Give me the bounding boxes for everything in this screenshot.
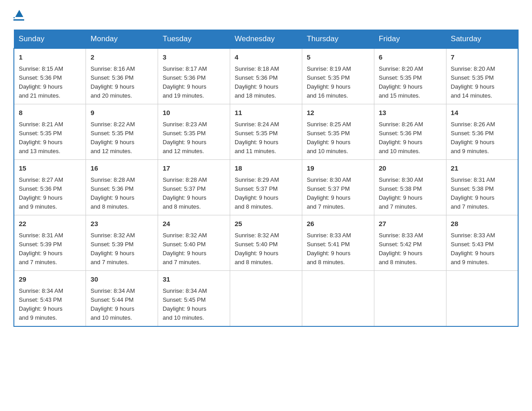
cell-details: Sunrise: 8:34 AMSunset: 5:45 PMDaylight:… — [163, 287, 225, 323]
day-number: 18 — [235, 163, 297, 174]
day-number: 27 — [379, 219, 442, 229]
cell-details: Sunrise: 8:20 AMSunset: 5:35 PMDaylight:… — [379, 64, 442, 101]
cell-details: Sunrise: 8:32 AMSunset: 5:40 PMDaylight:… — [163, 231, 225, 267]
calendar-cell: 20Sunrise: 8:30 AMSunset: 5:38 PMDayligh… — [374, 160, 446, 215]
calendar-cell: 10Sunrise: 8:23 AMSunset: 5:35 PMDayligh… — [158, 104, 230, 160]
logo-triangle-icon — [14, 9, 24, 19]
calendar-cell: 8Sunrise: 8:21 AMSunset: 5:35 PMDaylight… — [14, 104, 86, 160]
calendar-cell: 14Sunrise: 8:26 AMSunset: 5:36 PMDayligh… — [446, 104, 518, 160]
calendar-cell — [446, 271, 518, 327]
day-number: 2 — [90, 52, 153, 63]
day-number: 17 — [163, 163, 225, 174]
page-header — [13, 9, 519, 21]
calendar-cell: 23Sunrise: 8:32 AMSunset: 5:39 PMDayligh… — [86, 215, 158, 271]
calendar-cell: 13Sunrise: 8:26 AMSunset: 5:36 PMDayligh… — [374, 104, 446, 160]
day-number: 25 — [235, 219, 297, 229]
calendar-cell: 1Sunrise: 8:15 AMSunset: 5:36 PMDaylight… — [14, 48, 86, 104]
header-sunday: Sunday — [14, 30, 86, 49]
calendar-cell: 9Sunrise: 8:22 AMSunset: 5:35 PMDaylight… — [86, 104, 158, 160]
day-number: 12 — [307, 108, 369, 118]
cell-details: Sunrise: 8:27 AMSunset: 5:36 PMDaylight:… — [19, 176, 81, 212]
calendar-cell: 12Sunrise: 8:25 AMSunset: 5:35 PMDayligh… — [302, 104, 374, 160]
day-number: 24 — [163, 219, 225, 229]
cell-details: Sunrise: 8:32 AMSunset: 5:40 PMDaylight:… — [235, 231, 297, 267]
calendar-cell: 29Sunrise: 8:34 AMSunset: 5:43 PMDayligh… — [14, 271, 86, 327]
cell-details: Sunrise: 8:25 AMSunset: 5:35 PMDaylight:… — [307, 120, 369, 156]
header-tuesday: Tuesday — [158, 30, 230, 49]
day-number: 28 — [451, 219, 513, 229]
cell-details: Sunrise: 8:15 AMSunset: 5:36 PMDaylight:… — [19, 64, 81, 101]
calendar-week-row: 15Sunrise: 8:27 AMSunset: 5:36 PMDayligh… — [14, 160, 518, 215]
calendar-header-row: SundayMondayTuesdayWednesdayThursdayFrid… — [14, 30, 518, 49]
day-number: 21 — [451, 163, 513, 174]
calendar-cell — [302, 271, 374, 327]
day-number: 11 — [235, 108, 297, 118]
day-number: 14 — [451, 108, 513, 118]
day-number: 23 — [90, 219, 153, 229]
cell-details: Sunrise: 8:17 AMSunset: 5:36 PMDaylight:… — [163, 64, 225, 101]
cell-details: Sunrise: 8:18 AMSunset: 5:36 PMDaylight:… — [235, 64, 297, 101]
day-number: 4 — [235, 52, 297, 63]
calendar-cell: 16Sunrise: 8:28 AMSunset: 5:36 PMDayligh… — [86, 160, 158, 215]
calendar-cell: 30Sunrise: 8:34 AMSunset: 5:44 PMDayligh… — [86, 271, 158, 327]
header-monday: Monday — [86, 30, 158, 49]
calendar-week-row: 1Sunrise: 8:15 AMSunset: 5:36 PMDaylight… — [14, 48, 518, 104]
cell-details: Sunrise: 8:33 AMSunset: 5:41 PMDaylight:… — [307, 231, 369, 267]
day-number: 19 — [307, 163, 369, 174]
calendar-cell: 5Sunrise: 8:19 AMSunset: 5:35 PMDaylight… — [302, 48, 374, 104]
calendar-cell: 7Sunrise: 8:20 AMSunset: 5:35 PMDaylight… — [446, 48, 518, 104]
cell-details: Sunrise: 8:31 AMSunset: 5:39 PMDaylight:… — [19, 231, 81, 267]
day-number: 1 — [19, 52, 81, 63]
calendar-cell: 25Sunrise: 8:32 AMSunset: 5:40 PMDayligh… — [230, 215, 302, 271]
calendar-cell: 6Sunrise: 8:20 AMSunset: 5:35 PMDaylight… — [374, 48, 446, 104]
day-number: 26 — [307, 219, 369, 229]
calendar-week-row: 8Sunrise: 8:21 AMSunset: 5:35 PMDaylight… — [14, 104, 518, 160]
day-number: 3 — [163, 52, 225, 63]
logo-underline — [13, 19, 24, 21]
calendar-cell: 21Sunrise: 8:31 AMSunset: 5:38 PMDayligh… — [446, 160, 518, 215]
cell-details: Sunrise: 8:16 AMSunset: 5:36 PMDaylight:… — [90, 64, 153, 101]
cell-details: Sunrise: 8:30 AMSunset: 5:37 PMDaylight:… — [307, 176, 369, 212]
header-saturday: Saturday — [446, 30, 518, 49]
cell-details: Sunrise: 8:30 AMSunset: 5:38 PMDaylight:… — [379, 176, 442, 212]
cell-details: Sunrise: 8:19 AMSunset: 5:35 PMDaylight:… — [307, 64, 369, 101]
calendar-cell: 19Sunrise: 8:30 AMSunset: 5:37 PMDayligh… — [302, 160, 374, 215]
day-number: 22 — [19, 219, 81, 229]
day-number: 15 — [19, 163, 81, 174]
day-number: 30 — [90, 274, 153, 285]
cell-details: Sunrise: 8:22 AMSunset: 5:35 PMDaylight:… — [90, 120, 153, 156]
cell-details: Sunrise: 8:21 AMSunset: 5:35 PMDaylight:… — [19, 120, 81, 156]
calendar-cell: 2Sunrise: 8:16 AMSunset: 5:36 PMDaylight… — [86, 48, 158, 104]
cell-details: Sunrise: 8:34 AMSunset: 5:43 PMDaylight:… — [19, 287, 81, 323]
calendar-cell: 3Sunrise: 8:17 AMSunset: 5:36 PMDaylight… — [158, 48, 230, 104]
calendar-cell: 15Sunrise: 8:27 AMSunset: 5:36 PMDayligh… — [14, 160, 86, 215]
cell-details: Sunrise: 8:34 AMSunset: 5:44 PMDaylight:… — [90, 287, 153, 323]
calendar-cell: 31Sunrise: 8:34 AMSunset: 5:45 PMDayligh… — [158, 271, 230, 327]
calendar-cell — [374, 271, 446, 327]
calendar-cell: 27Sunrise: 8:33 AMSunset: 5:42 PMDayligh… — [374, 215, 446, 271]
calendar-cell: 24Sunrise: 8:32 AMSunset: 5:40 PMDayligh… — [158, 215, 230, 271]
day-number: 13 — [379, 108, 442, 118]
header-friday: Friday — [374, 30, 446, 49]
cell-details: Sunrise: 8:24 AMSunset: 5:35 PMDaylight:… — [235, 120, 297, 156]
cell-details: Sunrise: 8:23 AMSunset: 5:35 PMDaylight:… — [163, 120, 225, 156]
day-number: 10 — [163, 108, 225, 118]
calendar-table: SundayMondayTuesdayWednesdayThursdayFrid… — [13, 30, 519, 327]
day-number: 8 — [19, 108, 81, 118]
cell-details: Sunrise: 8:28 AMSunset: 5:36 PMDaylight:… — [90, 176, 153, 212]
cell-details: Sunrise: 8:28 AMSunset: 5:37 PMDaylight:… — [163, 176, 225, 212]
cell-details: Sunrise: 8:26 AMSunset: 5:36 PMDaylight:… — [451, 120, 513, 156]
cell-details: Sunrise: 8:31 AMSunset: 5:38 PMDaylight:… — [451, 176, 513, 212]
calendar-cell: 26Sunrise: 8:33 AMSunset: 5:41 PMDayligh… — [302, 215, 374, 271]
day-number: 6 — [379, 52, 442, 63]
calendar-cell: 11Sunrise: 8:24 AMSunset: 5:35 PMDayligh… — [230, 104, 302, 160]
calendar-week-row: 29Sunrise: 8:34 AMSunset: 5:43 PMDayligh… — [14, 271, 518, 327]
day-number: 31 — [163, 274, 225, 285]
cell-details: Sunrise: 8:20 AMSunset: 5:35 PMDaylight:… — [451, 64, 513, 101]
calendar-cell: 4Sunrise: 8:18 AMSunset: 5:36 PMDaylight… — [230, 48, 302, 104]
logo — [13, 9, 24, 21]
calendar-cell: 17Sunrise: 8:28 AMSunset: 5:37 PMDayligh… — [158, 160, 230, 215]
header-thursday: Thursday — [302, 30, 374, 49]
calendar-week-row: 22Sunrise: 8:31 AMSunset: 5:39 PMDayligh… — [14, 215, 518, 271]
cell-details: Sunrise: 8:29 AMSunset: 5:37 PMDaylight:… — [235, 176, 297, 212]
